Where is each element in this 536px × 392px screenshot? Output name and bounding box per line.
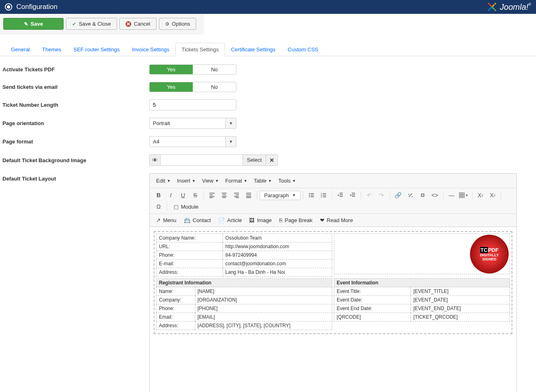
editor-action-image[interactable]: 🖼Image [246,216,275,225]
media-path-input[interactable] [161,154,243,166]
rich-text-editor: Edit▼ Insert▼ View▼ Format▼ Table▼ Tools… [149,173,517,392]
number-list-icon[interactable]: 123 [318,190,329,200]
subscript-icon[interactable]: X2 [475,190,486,200]
table-row: [QRCODE][TICKET_QRCODE] [334,313,510,322]
row-format: Page format A4 ▼ [2,136,534,147]
link-icon[interactable]: 🔗 [393,190,404,200]
bullet-list-icon[interactable] [306,190,317,200]
table-row: Event Date:[EVENT_DATE] [334,296,510,304]
editor-content[interactable]: Company Name:Ossolution Team URL:http://… [150,227,516,392]
redo-icon[interactable]: ↷ [376,190,387,200]
registrant-info-table: Registrant Information Name:[NAME] Compa… [156,278,332,330]
editor-action-readmore[interactable]: ❤Read More [317,216,356,225]
header-left: Configuration [5,3,57,11]
special-char-icon[interactable]: Ω [153,201,164,212]
strikethrough-icon[interactable]: S [190,190,201,200]
paragraph-dropdown[interactable]: Paragraph▼ [260,191,300,200]
toggle-no[interactable]: No [193,65,236,74]
svg-point-2 [494,9,496,11]
select-format[interactable]: A4 ▼ [149,136,236,147]
editor-menu-insert[interactable]: Insert▼ [174,176,198,185]
joomla-logo: Joomla!® [487,2,531,12]
svg-text:3: 3 [321,196,322,198]
anchor-icon[interactable] [417,190,428,200]
table-row: E-mail:contact@joomdonation.com [157,260,332,268]
editor-action-article[interactable]: 📄Article [215,216,245,225]
media-select-button[interactable]: Select [243,154,266,166]
row-orientation: Page orientation Portrait ▼ [2,118,534,129]
unlink-icon[interactable] [405,190,416,200]
bold-icon[interactable]: B [153,190,164,200]
undo-icon[interactable]: ↶ [364,190,375,200]
italic-icon[interactable]: I [165,190,176,200]
ticket-layout-outer: Company Name:Ossolution Team URL:http://… [154,231,512,334]
select-orientation[interactable]: Portrait ▼ [149,118,236,129]
superscript-icon[interactable]: X2 [487,190,499,200]
table-icon[interactable]: ▼ [458,190,470,200]
cancel-button[interactable]: ✕ Cancel [119,18,156,30]
align-left-icon[interactable] [206,190,218,200]
editor-menu-format[interactable]: Format▼ [223,176,250,185]
image-icon: 🖼 [249,217,254,223]
table-row: Event End Date:[EVENT_END_DATE] [334,304,510,313]
separator [390,191,390,199]
separator [257,191,257,199]
separator [167,203,167,211]
editor-menu-table[interactable]: Table▼ [251,176,274,185]
align-justify-icon[interactable] [243,190,254,200]
horizontal-rule-icon[interactable]: — [446,190,457,200]
tab-custom-css[interactable]: Custom CSS [282,43,324,56]
editor-action-contact[interactable]: 📇Contact [181,216,214,225]
tab-invoice[interactable]: Invoice Settings [126,43,176,56]
align-center-icon[interactable] [218,190,230,200]
label-layout: Default Ticket Layout [2,173,149,182]
media-clear-button[interactable]: ✕ [266,154,278,166]
label-send-email: Send tickets via email [2,84,149,90]
save-close-button[interactable]: ✔ Save & Close [66,18,117,30]
tab-themes[interactable]: Themes [36,43,67,56]
editor-action-menu[interactable]: ↗Menu [153,216,180,225]
share-icon: ↗ [156,217,161,223]
options-button[interactable]: ⚙ Options [159,18,196,30]
check-icon: ✔ [72,21,76,27]
save-icon: ✎ [24,21,28,27]
eye-icon[interactable]: 👁 [149,154,161,166]
module-button[interactable]: ▢ Module [170,203,203,211]
contact-icon: 📇 [184,217,190,223]
indent-icon[interactable] [347,190,358,200]
align-right-icon[interactable] [231,190,242,200]
editor-menubar: Edit▼ Insert▼ View▼ Format▼ Table▼ Tools… [150,174,516,188]
readmore-icon: ❤ [320,217,324,223]
editor-menu-view[interactable]: View▼ [200,176,221,185]
chevron-down-icon[interactable]: ▼ [226,118,236,129]
save-label: Save [31,21,43,27]
chevron-down-icon[interactable]: ▼ [226,136,236,147]
editor-menu-edit[interactable]: Edit▼ [154,176,173,185]
page-title: Configuration [16,3,57,11]
gear-icon: ⚙ [165,21,170,27]
toggle-no[interactable]: No [193,82,236,92]
outdent-icon[interactable] [335,190,346,200]
svg-point-0 [488,3,490,4]
joomla-brand-text: Joomla!® [500,2,531,12]
media-selector: 👁 Select ✕ [149,154,278,166]
separator [472,191,472,199]
toggle-yes[interactable]: Yes [150,65,193,74]
toggle-activate-pdf[interactable]: Yes No [149,64,236,75]
input-ticket-length[interactable] [149,99,236,110]
tab-sef-router[interactable]: SEF router Settings [67,43,126,56]
tab-general[interactable]: General [5,43,36,56]
row-bg-image: Default Ticket Background Image 👁 Select… [2,154,534,166]
editor-action-pagebreak[interactable]: ⎘Page Break [276,216,316,225]
save-button[interactable]: ✎ Save [3,18,64,30]
tab-certificate[interactable]: Certificate Settings [225,43,282,56]
svg-point-6 [309,196,309,197]
editor-menu-tools[interactable]: Tools▼ [276,176,298,185]
table-row: Company Name:Ossolution Team [157,234,332,242]
source-code-icon[interactable]: <> [429,190,441,200]
toggle-send-email[interactable]: Yes No [149,82,236,92]
table-row: Address:Lang Ha - Ba Dinh - Ha Noi [157,268,332,277]
tab-tickets[interactable]: Tickets Settings [175,43,225,56]
underline-icon[interactable]: U [177,190,189,200]
toggle-yes[interactable]: Yes [150,82,193,92]
